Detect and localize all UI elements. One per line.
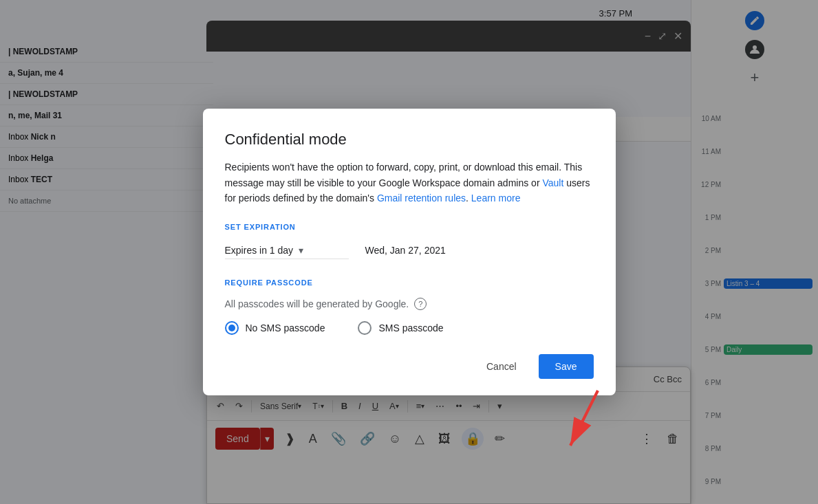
passcode-desc-text: All passcodes will be generated by Googl…	[225, 298, 409, 309]
set-expiration-label: SET EXPIRATION	[225, 223, 594, 231]
no-sms-label: No SMS passcode	[246, 322, 325, 333]
expiration-value: Expires in 1 day	[225, 245, 294, 256]
cancel-button[interactable]: Cancel	[473, 354, 530, 379]
sms-radio[interactable]	[358, 321, 372, 335]
modal-actions: Cancel Save	[225, 354, 594, 379]
modal-title: Confidential mode	[225, 131, 594, 149]
sms-label: SMS passcode	[378, 322, 443, 333]
vault-link[interactable]: Vault	[542, 177, 563, 188]
expiration-row: Expires in 1 day ▾ Wed, Jan 27, 2021	[225, 242, 594, 259]
radio-group: No SMS passcode SMS passcode	[225, 321, 594, 335]
no-sms-option[interactable]: No SMS passcode	[225, 321, 325, 335]
gmail-retention-link[interactable]: Gmail retention rules	[377, 193, 466, 204]
passcode-section: REQUIRE PASSCODE All passcodes will be g…	[225, 278, 594, 335]
sms-option[interactable]: SMS passcode	[358, 321, 443, 335]
no-sms-radio[interactable]	[225, 321, 239, 335]
passcode-description: All passcodes will be generated by Googl…	[225, 298, 594, 310]
save-button[interactable]: Save	[539, 354, 594, 379]
modal-description: Recipients won't have the option to forw…	[225, 160, 594, 206]
learn-more-link[interactable]: Learn more	[471, 193, 521, 204]
dropdown-arrow-icon: ▾	[299, 245, 303, 256]
modal-overlay: Confidential mode Recipients won't have …	[0, 0, 818, 504]
require-passcode-label: REQUIRE PASSCODE	[225, 278, 594, 287]
description-text-1: Recipients won't have the option to forw…	[225, 162, 583, 188]
expiration-date: Wed, Jan 27, 2021	[365, 245, 446, 256]
expiration-select[interactable]: Expires in 1 day ▾	[225, 242, 349, 259]
confidential-mode-dialog: Confidential mode Recipients won't have …	[203, 109, 616, 395]
help-icon[interactable]: ?	[414, 298, 427, 310]
